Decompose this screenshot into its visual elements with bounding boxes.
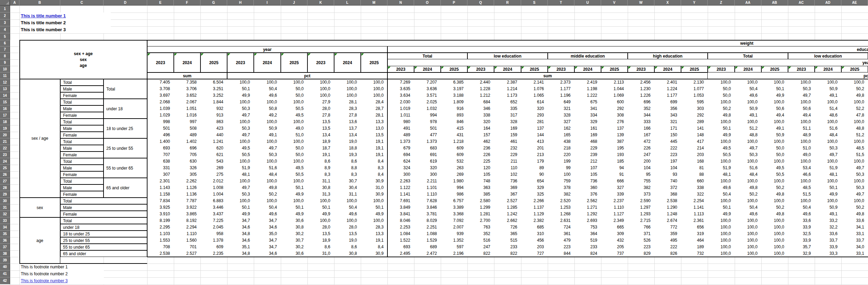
data-cell[interactable]: 2.012 <box>200 178 227 184</box>
data-cell[interactable]: 2.262 <box>174 178 200 184</box>
data-cell[interactable]: 1.248 <box>654 211 681 217</box>
data-cell[interactable]: 50,1 <box>815 184 841 191</box>
age-group-label[interactable]: 18 to under 25 <box>104 119 147 138</box>
data-cell[interactable]: 320 <box>521 105 548 112</box>
data-cell[interactable]: 28,0 <box>307 105 334 112</box>
column-header[interactable]: E <box>147 0 174 6</box>
data-cell[interactable]: 2.401 <box>654 79 681 86</box>
data-cell[interactable]: 49,7 <box>735 145 761 152</box>
data-cell[interactable]: 3.252 <box>200 92 227 99</box>
data-cell[interactable]: 8.046 <box>387 217 414 224</box>
row-header[interactable]: 39 <box>0 257 10 264</box>
data-cell[interactable]: 50,4 <box>708 191 735 198</box>
row-header[interactable]: 17 <box>0 112 10 119</box>
data-cell[interactable]: 2.419 <box>574 79 601 86</box>
data-cell[interactable]: 3.188 <box>441 92 467 99</box>
data-cell[interactable]: 120 <box>467 165 494 171</box>
row-header[interactable]: 19 <box>0 125 10 132</box>
column-header[interactable]: Q <box>467 0 494 6</box>
data-cell[interactable]: 100,0 <box>761 217 788 224</box>
data-cell[interactable]: 321 <box>548 105 574 112</box>
data-cell[interactable]: 233 <box>494 244 521 250</box>
data-cell[interactable]: 2.196 <box>441 250 467 257</box>
row-header[interactable]: 5 <box>0 33 10 40</box>
data-cell[interactable]: 1.143 <box>147 184 174 191</box>
data-cell[interactable]: 27,8 <box>307 112 334 119</box>
data-cell[interactable]: 417 <box>681 138 708 145</box>
data-cell[interactable]: 100,0 <box>307 217 334 224</box>
data-cell[interactable]: 100,0 <box>227 79 254 86</box>
data-cell[interactable]: 826 <box>654 250 681 257</box>
row-header[interactable]: 9 <box>0 59 10 66</box>
column-header[interactable]: T <box>548 0 574 6</box>
data-cell[interactable]: 371 <box>628 231 654 237</box>
data-cell[interactable]: 597 <box>441 244 467 250</box>
data-cell[interactable]: 30,7 <box>334 178 361 184</box>
section-label[interactable]: sex / age <box>19 79 60 198</box>
row-header[interactable]: 8 <box>0 53 10 59</box>
data-cell[interactable]: 3.910 <box>147 211 174 217</box>
data-cell[interactable]: 233 <box>574 244 601 250</box>
data-cell[interactable]: 8.029 <box>414 217 441 224</box>
data-cell[interactable]: 1.122 <box>387 184 414 191</box>
year-header-cell[interactable]: 2023 <box>467 66 494 72</box>
data-cell[interactable]: 303 <box>681 105 708 112</box>
data-cell[interactable]: 169 <box>574 132 601 138</box>
data-cell[interactable]: 51,9 <box>708 165 735 171</box>
data-cell[interactable]: 7.269 <box>387 79 414 86</box>
data-cell[interactable]: 48,1 <box>708 171 735 178</box>
data-cell[interactable]: 378 <box>548 184 574 191</box>
row-label-cell[interactable]: Male <box>60 145 104 152</box>
row-header[interactable]: 33 <box>0 217 10 224</box>
data-cell[interactable]: 28,1 <box>361 112 387 119</box>
data-cell[interactable]: 100,0 <box>708 198 735 204</box>
data-cell[interactable]: 30,8 <box>281 224 307 231</box>
data-cell[interactable]: 110 <box>494 165 521 171</box>
data-cell[interactable]: 100,0 <box>254 79 281 86</box>
data-cell[interactable]: 6.757 <box>441 198 467 204</box>
data-cell[interactable]: 50,9 <box>761 132 788 138</box>
data-cell[interactable]: 496 <box>147 132 174 138</box>
data-cell[interactable]: 49,9 <box>361 211 387 217</box>
data-cell[interactable]: 50,3 <box>227 125 254 132</box>
data-cell[interactable]: 2.527 <box>174 250 200 257</box>
data-cell[interactable]: 2.538 <box>147 250 174 257</box>
data-cell[interactable]: 8,4 <box>361 171 387 178</box>
column-header[interactable]: M <box>361 0 387 6</box>
data-cell[interactable]: 479 <box>548 237 574 244</box>
data-cell[interactable]: 100,0 <box>815 99 841 105</box>
data-cell[interactable]: 100,0 <box>735 99 761 105</box>
data-cell[interactable]: 7.225 <box>200 217 227 224</box>
data-cell[interactable]: 50,2 <box>841 86 868 92</box>
data-cell[interactable]: 1.053 <box>681 92 708 99</box>
year-header-cell[interactable]: 2025 <box>200 53 227 72</box>
data-cell[interactable]: 100,0 <box>281 198 307 204</box>
data-cell[interactable]: 1.141 <box>387 191 414 198</box>
data-cell[interactable]: 32,2 <box>815 224 841 231</box>
data-cell[interactable]: 34,7 <box>254 237 281 244</box>
data-cell[interactable]: 7.628 <box>414 198 441 204</box>
data-cell[interactable]: 3.865 <box>174 211 200 217</box>
row-label-cell[interactable]: Female <box>60 92 104 99</box>
data-cell[interactable]: 519 <box>574 237 601 244</box>
row-header[interactable]: 22 <box>0 145 10 152</box>
data-cell[interactable]: 1.242 <box>494 211 521 217</box>
row-label-cell[interactable]: Male <box>60 105 104 112</box>
data-cell[interactable]: 732 <box>681 250 708 257</box>
data-cell[interactable]: 50,2 <box>708 105 735 112</box>
year-header-cell[interactable]: 2024 <box>414 66 441 72</box>
measure-header[interactable]: pct <box>708 72 868 79</box>
data-cell[interactable]: 31,1 <box>307 178 334 184</box>
data-cell[interactable]: 49,6 <box>788 211 815 217</box>
data-cell[interactable]: 7.092 <box>441 217 467 224</box>
data-cell[interactable]: 100,0 <box>281 79 307 86</box>
data-cell[interactable]: 81 <box>681 165 708 171</box>
data-cell[interactable]: 2.254 <box>681 198 708 204</box>
data-cell[interactable]: 656 <box>681 224 708 231</box>
row-header[interactable]: 36 <box>0 237 10 244</box>
data-cell[interactable]: 461 <box>494 138 521 145</box>
data-cell[interactable]: 100,0 <box>841 178 868 184</box>
data-cell[interactable]: 1.127 <box>601 211 628 217</box>
data-cell[interactable]: 232 <box>494 145 521 152</box>
data-cell[interactable]: 50,1 <box>227 204 254 211</box>
